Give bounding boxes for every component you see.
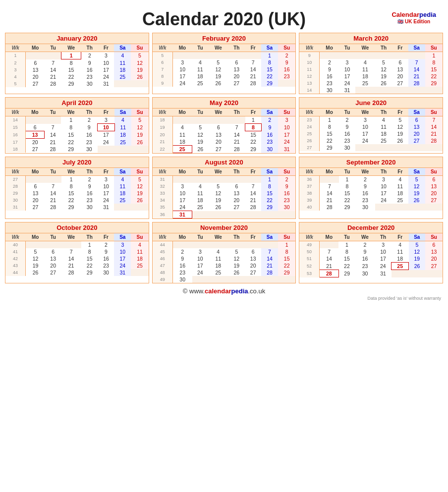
day-cell (278, 276, 295, 283)
day-cell: 19 (131, 190, 148, 197)
day-cell (375, 204, 392, 211)
day-cell: 3 (375, 176, 392, 183)
day-cell: 15 (338, 255, 355, 263)
day-cell: 27 (209, 146, 228, 153)
day-cell: 5 (131, 52, 148, 59)
month-3: March 2020WkMoTuWeThFrSaSu91102345678119… (299, 33, 443, 94)
day-cell: 11 (114, 183, 131, 190)
day-cell: 4 (114, 52, 131, 59)
month-10: October 2020WkMoTuWeThFrSaSu401234415678… (5, 222, 149, 283)
day-cell: 12 (375, 66, 392, 73)
day-cell: 10 (172, 66, 192, 73)
day-cell: 22 (61, 73, 81, 80)
day-cell: 22 (261, 197, 278, 204)
day-cell: 29 (61, 204, 81, 211)
day-cell (261, 241, 278, 249)
day-cell: 18 (392, 190, 408, 197)
day-cell: 27 (245, 269, 261, 276)
month-title-6: June 2020 (299, 98, 443, 109)
day-cell: 26 (409, 263, 426, 270)
day-cell: 8 (339, 183, 355, 190)
day-cell: 17 (339, 73, 355, 80)
day-cell: 30 (81, 204, 98, 211)
day-cell: 20 (25, 139, 45, 146)
day-cell: 12 (408, 183, 425, 190)
day-cell: 19 (208, 73, 228, 80)
day-cell: 6 (425, 176, 443, 183)
day-cell: 8 (425, 59, 443, 66)
day-cell (375, 144, 392, 151)
day-cell (375, 52, 392, 59)
day-cell: 19 (26, 262, 45, 269)
day-cell: 3 (114, 241, 131, 249)
day-cell: 25 (375, 137, 392, 144)
day-cell: 6 (392, 59, 408, 66)
week-num: 20 (153, 131, 172, 139)
month-8: August 2020WkMoTuWeThFrSaSu3112323456789… (152, 157, 296, 219)
day-cell: 19 (192, 138, 209, 146)
day-cell: 9 (98, 248, 114, 255)
day-cell: 9 (261, 124, 278, 131)
day-cell: 7 (319, 248, 338, 255)
day-cell: 18 (375, 130, 392, 137)
day-cell: 3 (278, 116, 295, 124)
day-cell: 17 (98, 190, 114, 197)
day-cell (409, 270, 426, 277)
week-num: 30 (5, 197, 26, 204)
day-cell: 12 (131, 124, 149, 131)
day-cell: 14 (319, 255, 338, 263)
day-cell: 26 (408, 197, 425, 204)
day-cell: 16 (81, 66, 98, 73)
day-cell: 11 (131, 248, 148, 255)
week-num: 42 (5, 255, 26, 262)
day-cell: 16 (278, 66, 295, 73)
day-cell: 8 (261, 59, 278, 66)
day-cell: 29 (338, 270, 355, 277)
day-cell: 31 (172, 211, 192, 219)
day-cell (208, 176, 228, 183)
day-cell: 1 (61, 52, 81, 59)
day-cell: 23 (278, 73, 295, 80)
day-cell: 1 (81, 241, 98, 249)
day-cell: 21 (45, 73, 61, 80)
day-cell: 21 (61, 262, 81, 269)
day-cell: 11 (114, 59, 131, 67)
day-cell: 12 (192, 131, 209, 139)
day-cell: 28 (245, 204, 261, 211)
day-cell: 14 (320, 190, 339, 197)
week-num: 43 (5, 262, 26, 269)
week-num: 36 (153, 211, 173, 219)
day-cell: 5 (375, 59, 392, 66)
week-num: 10 (299, 59, 320, 66)
week-num: 34 (153, 197, 173, 204)
week-num: 2 (5, 59, 26, 67)
day-cell (192, 176, 209, 183)
day-cell: 13 (425, 183, 443, 190)
week-num: 18 (5, 146, 25, 153)
day-cell: 20 (45, 262, 61, 269)
day-cell: 2 (261, 116, 278, 124)
day-cell: 11 (172, 131, 192, 139)
day-cell: 22 (320, 137, 339, 144)
month-title-4: April 2020 (5, 98, 149, 109)
day-cell (172, 52, 192, 59)
week-num: 29 (5, 190, 26, 197)
day-cell: 9 (355, 248, 375, 255)
day-cell: 3 (355, 116, 375, 124)
day-cell: 6 (228, 59, 245, 66)
day-cell: 18 (392, 255, 409, 263)
day-cell: 13 (26, 66, 45, 73)
day-cell: 29 (425, 80, 443, 87)
day-cell: 27 (26, 80, 45, 87)
day-cell (45, 176, 61, 183)
day-cell: 9 (81, 124, 98, 131)
day-cell: 22 (81, 262, 98, 269)
day-cell (172, 241, 192, 249)
day-cell: 5 (408, 176, 425, 183)
day-cell: 30 (278, 204, 295, 211)
day-cell: 13 (45, 255, 61, 262)
day-cell: 10 (98, 59, 114, 67)
month-title-3: March 2020 (299, 33, 443, 44)
day-cell: 29 (61, 146, 81, 153)
day-cell (61, 241, 81, 249)
